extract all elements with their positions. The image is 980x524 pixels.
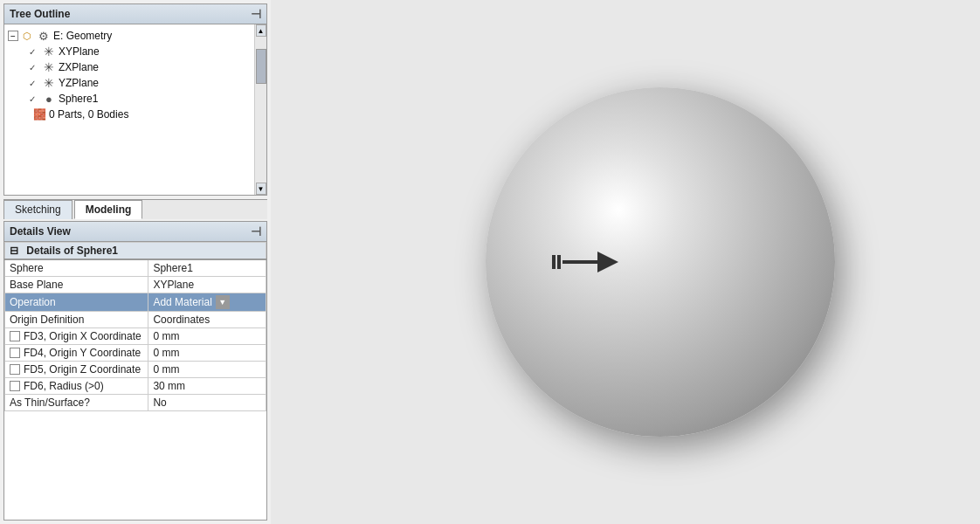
tabs-row: Sketching Modeling — [3, 199, 267, 219]
fd5-checkbox-cell: FD5, Origin Z Coordinate — [10, 363, 143, 376]
tree-expand-root[interactable]: − — [8, 31, 18, 41]
scrollbar-down-arrow[interactable]: ▼ — [256, 183, 266, 195]
tree-scrollbar[interactable]: ▲ ▼ — [254, 24, 266, 195]
yzplane-check-icon: ✓ — [25, 76, 39, 90]
zxplane-icon: ✳ — [42, 60, 56, 74]
table-row-operation: Operation Add Material ▼ — [5, 293, 266, 312]
details-view-panel: Details View ⊣ ⊟ Details of Sphere1 Sphe… — [3, 221, 267, 521]
tree-content: − ⬡ ⚙ E: Geometry ✓ ✳ XYPlane ✓ ✳ ZXPlan… — [4, 24, 266, 195]
table-row: FD4, Origin Y Coordinate 0 mm — [5, 345, 266, 362]
row-value-fd5: 0 mm — [148, 362, 266, 378]
row-label-fd5: FD5, Origin Z Coordinate — [5, 362, 148, 378]
fd6-label-text: FD6, Radius (>0) — [24, 380, 104, 392]
row-label-operation: Operation — [5, 293, 148, 312]
row-value-base-plane: XYPlane — [148, 277, 266, 293]
table-row: Sphere Sphere1 — [5, 259, 266, 277]
tree-label-sphere1: Sphere1 — [59, 93, 98, 105]
tree-outline-title: Tree Outline — [10, 8, 70, 20]
xyplane-icon: ✳ — [42, 45, 56, 59]
details-view-title: Details View — [10, 225, 71, 238]
row-value-fd4: 0 mm — [148, 345, 266, 362]
table-row: FD6, Radius (>0) 30 mm — [5, 378, 266, 395]
zxplane-check-icon: ✓ — [25, 60, 39, 74]
row-label-base-plane: Base Plane — [5, 277, 148, 293]
row-value-origin-def: Coordinates — [148, 312, 266, 328]
tree-item-xyplane[interactable]: ✓ ✳ XYPlane — [4, 44, 254, 59]
row-value-operation[interactable]: Add Material ▼ — [148, 293, 266, 312]
fd4-label-text: FD4, Origin Y Coordinate — [24, 347, 141, 359]
row-label-fd6: FD6, Radius (>0) — [5, 378, 148, 395]
svg-rect-0 — [552, 255, 556, 269]
tree-item-sphere1[interactable]: ✓ ● Sphere1 — [4, 91, 254, 107]
tree-items-list: − ⬡ ⚙ E: Geometry ✓ ✳ XYPlane ✓ ✳ ZXPlan… — [4, 24, 254, 195]
tree-item-parts[interactable]: 🧱 0 Parts, 0 Bodies — [4, 107, 254, 122]
geometry-icon: ⬡ — [20, 29, 34, 43]
section-header-text: Details of Sphere1 — [26, 245, 118, 257]
yzplane-icon: ✳ — [42, 76, 56, 90]
arrow-indicator — [550, 245, 620, 279]
row-label-fd4: FD4, Origin Y Coordinate — [5, 345, 148, 362]
row-value-fd6: 30 mm — [148, 378, 266, 395]
operation-dropdown-text: Add Material — [153, 296, 211, 308]
row-label-sphere: Sphere — [5, 259, 148, 277]
tab-sketching[interactable]: Sketching — [3, 200, 72, 219]
row-label-origin-def: Origin Definition — [5, 312, 148, 328]
table-row: As Thin/Surface? No — [5, 395, 266, 411]
fd5-label-text: FD5, Origin Z Coordinate — [24, 363, 141, 376]
arrow-svg — [550, 245, 620, 279]
tree-outline-header: Tree Outline ⊣ — [4, 4, 266, 24]
table-row: Origin Definition Coordinates — [5, 312, 266, 328]
fd6-checkbox[interactable] — [10, 381, 20, 391]
sphere-3d — [486, 87, 835, 437]
tree-label-zxplane: ZXPlane — [59, 61, 99, 73]
tree-item-root[interactable]: − ⬡ ⚙ E: Geometry — [4, 28, 254, 44]
fd4-checkbox-cell: FD4, Origin Y Coordinate — [10, 347, 143, 359]
details-table: ⊟ Details of Sphere1 Sphere Sphere1 Base… — [4, 242, 266, 411]
svg-marker-3 — [597, 252, 618, 272]
fd3-label-text: FD3, Origin X Coordinate — [24, 330, 141, 342]
tree-label-yzplane: YZPlane — [59, 77, 99, 89]
tree-item-zxplane[interactable]: ✓ ✳ ZXPlane — [4, 59, 254, 75]
fd6-checkbox-cell: FD6, Radius (>0) — [10, 380, 143, 392]
plane-check-icon: ✓ — [25, 45, 39, 59]
tree-label-parts: 0 Parts, 0 Bodies — [49, 108, 128, 121]
row-label-fd3: FD3, Origin X Coordinate — [5, 328, 148, 345]
operation-dropdown[interactable]: Add Material ▼ — [153, 295, 261, 309]
operation-dropdown-arrow[interactable]: ▼ — [216, 295, 230, 309]
svg-rect-1 — [557, 255, 561, 269]
row-value-sphere: Sphere1 — [148, 259, 266, 277]
fd3-checkbox[interactable] — [10, 331, 20, 341]
viewport-panel — [271, 0, 980, 524]
geometry-sub-icon: ⚙ — [37, 29, 51, 43]
sphere-container — [477, 79, 844, 445]
details-section-header-row: ⊟ Details of Sphere1 — [5, 243, 266, 260]
table-row: Base Plane XYPlane — [5, 277, 266, 293]
row-label-thin: As Thin/Surface? — [5, 395, 148, 411]
tab-modeling[interactable]: Modeling — [74, 200, 143, 219]
tree-label-root: E: Geometry — [53, 30, 112, 42]
tree-outline-panel: Tree Outline ⊣ − ⬡ ⚙ E: Geometry ✓ ✳ XYP… — [3, 3, 267, 196]
sphere1-check-icon: ✓ — [25, 92, 39, 106]
details-table-container: ⊟ Details of Sphere1 Sphere Sphere1 Base… — [4, 242, 266, 520]
table-row: FD5, Origin Z Coordinate 0 mm — [5, 362, 266, 378]
left-panel: Tree Outline ⊣ − ⬡ ⚙ E: Geometry ✓ ✳ XYP… — [0, 0, 271, 524]
section-collapse-icon[interactable]: ⊟ — [10, 245, 18, 257]
table-row: FD3, Origin X Coordinate 0 mm — [5, 328, 266, 345]
details-view-header: Details View ⊣ — [4, 222, 266, 242]
sphere1-icon: ● — [42, 92, 56, 106]
scrollbar-up-arrow[interactable]: ▲ — [256, 24, 266, 37]
fd4-checkbox[interactable] — [10, 348, 20, 358]
tree-label-xyplane: XYPlane — [59, 45, 100, 58]
scrollbar-thumb[interactable] — [256, 49, 266, 84]
tree-item-yzplane[interactable]: ✓ ✳ YZPlane — [4, 75, 254, 91]
details-section-header-cell: ⊟ Details of Sphere1 — [5, 243, 266, 260]
details-view-pin-icon[interactable]: ⊣ — [251, 224, 261, 238]
fd5-checkbox[interactable] — [10, 364, 20, 375]
svg-rect-2 — [562, 260, 597, 264]
tree-outline-pin-icon[interactable]: ⊣ — [251, 7, 261, 21]
row-value-thin: No — [148, 395, 266, 411]
row-value-fd3: 0 mm — [148, 328, 266, 345]
fd3-checkbox-cell: FD3, Origin X Coordinate — [10, 330, 143, 342]
parts-icon: 🧱 — [32, 107, 46, 121]
